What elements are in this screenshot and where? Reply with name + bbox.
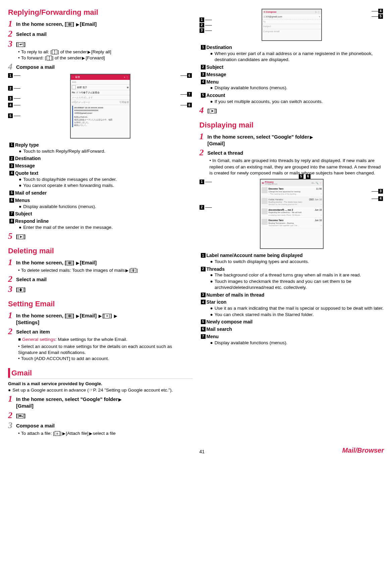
set-step-2-details: ■ General settings: Make settings for th… bbox=[8, 337, 193, 343]
legend-title: Subject bbox=[207, 64, 224, 70]
t: Touch [ADD ACCOUNT] to add an account. bbox=[21, 356, 109, 361]
trash-icon bbox=[18, 288, 23, 292]
menu-icon bbox=[55, 431, 60, 436]
fig-body: メールを作成します bbox=[72, 96, 93, 99]
thread-time: Jun 10 bbox=[315, 208, 322, 211]
step-text: In the home screen, [] ▶[Email] bbox=[16, 258, 97, 266]
step-text: In the home screen, select "Google" fold… bbox=[208, 132, 314, 147]
fig-actions: ▹ ⋮ bbox=[124, 75, 128, 79]
callout-1: 1 bbox=[200, 180, 204, 184]
set-step-2-bullets: Select an account to make settings for t… bbox=[8, 344, 193, 362]
fig-subj: Re: ドコモ春子さん歓迎会 bbox=[72, 91, 100, 94]
step-num: 1 bbox=[8, 311, 14, 320]
t: In the home screen, [ bbox=[16, 313, 66, 318]
arrow-icon: ▶ bbox=[76, 261, 79, 265]
t: ] of the sender bbox=[58, 49, 87, 54]
fig-meta: 2014/08/07 10:18 XXXXX-XXXX bbox=[74, 106, 127, 109]
apps-icon bbox=[67, 314, 72, 318]
legend-detail: Enter the mail of the sender in the mess… bbox=[23, 224, 113, 231]
t: ] bbox=[24, 41, 25, 47]
step-num-2: 2 bbox=[8, 30, 14, 38]
thread-time: 11:50 bbox=[316, 187, 322, 190]
callout-5: 5 bbox=[8, 113, 13, 118]
fig-head-compose: Compose bbox=[266, 11, 277, 13]
page-number: 41 bbox=[62, 449, 342, 455]
legend-title: Mail of sender bbox=[15, 190, 47, 196]
arrow-icon: ▶ bbox=[82, 56, 85, 60]
thread-preview: Tournament! Get together now. Dat ... bbox=[269, 224, 299, 227]
legend-title: Menu bbox=[207, 334, 219, 340]
step-num-5: 5 bbox=[8, 232, 14, 241]
arrow-icon: ▶ bbox=[62, 431, 65, 436]
menu-icon bbox=[104, 314, 110, 318]
trash-icon bbox=[131, 268, 136, 273]
fig-recipient: 鈴野 花子 bbox=[77, 86, 87, 89]
thread-sender: Keitai Hanako bbox=[269, 198, 283, 201]
step-1: 1 In the home screen, [] ▶[Email] bbox=[8, 19, 193, 28]
step-text: In the home screen, select "Google" fold… bbox=[16, 395, 122, 410]
t: [Forward] bbox=[86, 55, 105, 60]
t: [ bbox=[16, 41, 18, 47]
t: [ bbox=[129, 268, 130, 273]
step-num: 2 bbox=[200, 148, 206, 157]
arrow-icon: ▶ bbox=[89, 431, 92, 436]
heading-displaying: Displaying mail bbox=[200, 120, 384, 130]
t: ] bbox=[24, 413, 25, 418]
legend-detail: If you set multiple accounts, you can sw… bbox=[215, 99, 323, 105]
step-num-3: 3 bbox=[8, 40, 14, 48]
legend-title: Message bbox=[15, 163, 35, 169]
step-2-text: Select a mail bbox=[16, 30, 47, 38]
step-text: Select a thread bbox=[208, 148, 243, 156]
arrow-icon: ▶ bbox=[125, 268, 128, 273]
legend-detail: Use it as a mark indicating that the mai… bbox=[215, 305, 384, 311]
legend-2: 1Destination ●When you enter part of a m… bbox=[200, 44, 384, 105]
legend-detail: Display available functions (menus). bbox=[215, 340, 288, 346]
disp-step-2-bullets: In Gmail, mails are grouped into threads… bbox=[200, 158, 384, 176]
step-text: [] bbox=[16, 411, 25, 419]
step-text: Select a mail bbox=[16, 275, 47, 283]
legend-detail: Touch to switch displaying types and acc… bbox=[215, 259, 309, 265]
del-step-1: 1 In the home screen, [] ▶[Email] bbox=[8, 258, 193, 267]
t: select a file bbox=[93, 431, 116, 436]
t: In Gmail, mails are grouped into threads… bbox=[210, 158, 381, 175]
compose-icon bbox=[18, 414, 23, 418]
step-text: [] bbox=[208, 106, 217, 114]
thread-time: Jun 10 bbox=[315, 219, 322, 222]
arrow-icon: ▶ bbox=[114, 314, 117, 318]
t: [Reply all] bbox=[91, 49, 111, 54]
fig-header: ← 返信 ▹ ⋮ bbox=[71, 74, 130, 80]
fig-from: □□XX@gmail.com bbox=[263, 15, 282, 18]
thread-subject: Regarding the conference – We will hold bbox=[269, 211, 302, 213]
legend-title: Destination bbox=[207, 44, 232, 51]
legend-detail: Display available functions (menus). bbox=[215, 85, 288, 91]
step-num: 2 bbox=[8, 411, 14, 420]
figure-gmail-compose: 1 2 3 ᐸ Compose ▷ ⋮ □□XX@gmail.com▾ To S… bbox=[200, 7, 384, 42]
step-1-text: In the home screen, [] ▶[Email] bbox=[16, 19, 97, 28]
reply-icon bbox=[18, 42, 23, 47]
fig-inline-btn: 引用返信 bbox=[119, 101, 129, 104]
page-footer: 41 Mail/Browser bbox=[8, 446, 384, 455]
t: : Make settings for the whole Email. bbox=[55, 337, 127, 342]
section-link[interactable]: Mail/Browser bbox=[342, 446, 384, 455]
t: In the home screen, [ bbox=[16, 260, 66, 265]
step-2: 2 Select a mail bbox=[8, 30, 193, 38]
fig-meta: XXXXXXXXXXXXXXXXXX bbox=[74, 109, 127, 112]
thread-subject: Change the time appointed for meeting bbox=[269, 191, 300, 193]
heading-deleting: Deleting mail bbox=[8, 246, 193, 256]
t: ] bbox=[24, 287, 25, 292]
t: [ bbox=[16, 234, 18, 239]
t: To reply to all: [ bbox=[21, 49, 52, 54]
arrow-icon: ▶ bbox=[310, 135, 313, 140]
t: [Attach file] bbox=[66, 431, 89, 436]
set-step-1: 1 In the home screen, [] ▶[Email] ▶[] ▶[… bbox=[8, 311, 193, 326]
thread-sender: Docomo Taro bbox=[269, 219, 284, 222]
callout-2: 2 bbox=[8, 86, 13, 91]
t: In the home screen, select "Google" fold… bbox=[16, 396, 118, 402]
step-num: 2 bbox=[8, 275, 14, 284]
thread-sender: docomotaro牛..., me 2 bbox=[269, 208, 293, 211]
fig-acct: XXX@gmail.com bbox=[265, 183, 278, 185]
thread-subject: Bowling Tournament – Bowling bbox=[269, 222, 294, 224]
step-text: In the home screen, [] ▶[Email] ▶[] ▶[Se… bbox=[16, 311, 118, 326]
fig-body-ph: Compose email bbox=[263, 30, 280, 33]
t: [Gmail] bbox=[16, 403, 34, 409]
